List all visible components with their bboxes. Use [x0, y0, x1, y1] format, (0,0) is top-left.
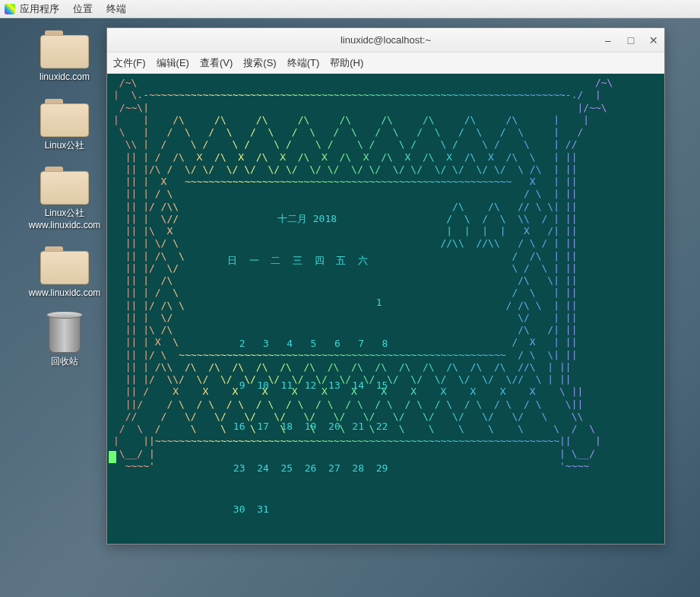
calendar-row: 2 3 4 5 6 7 8: [227, 337, 388, 351]
terminal-menubar: 文件(F) 编辑(E) 查看(V) 搜索(S) 终端(T) 帮助(H): [107, 52, 664, 74]
trash-icon: [49, 315, 81, 353]
close-button[interactable]: ✕: [648, 34, 660, 46]
desktop-trash[interactable]: 回收站: [15, 315, 114, 368]
folder-icon: [40, 99, 89, 137]
distro-logo-icon: [5, 4, 15, 14]
desktop-icons-area: linuxidc.com Linux公社 Linux公社 www.linuxid…: [15, 30, 114, 383]
desktop-folder[interactable]: Linux公社: [15, 99, 114, 152]
menu-view[interactable]: 查看(V): [200, 56, 233, 70]
calendar-row: 1: [227, 296, 388, 310]
calendar-weekdays: 日 一 二 三 四 五 六: [227, 254, 388, 268]
calendar-row: 16 17 18 19 20 21 22: [227, 420, 388, 433]
folder-icon: [40, 246, 89, 284]
menu-terminal[interactable]: 终端(T): [287, 56, 320, 70]
desktop-folder[interactable]: Linux公社 www.linuxidc.com: [15, 167, 114, 231]
system-taskbar: 应用程序 位置 终端: [0, 0, 700, 18]
menu-search[interactable]: 搜索(S): [243, 56, 276, 70]
menu-edit[interactable]: 编辑(E): [157, 56, 189, 70]
desktop-folder[interactable]: linuxidc.com: [15, 30, 114, 84]
calendar-row: 30 31: [227, 503, 388, 516]
calendar-row: 9 10 11 12 13 14 15: [227, 379, 388, 392]
menu-places[interactable]: 位置: [73, 2, 93, 16]
calendar-row: 23 24 25 26 27 28 29: [227, 462, 388, 475]
terminal-cursor: [109, 451, 116, 463]
window-title: linuxidc@localhost:~: [340, 34, 431, 46]
terminal-body[interactable]: /~\ /~\ | \.-~~~~~~~~~~~~~~~~~~~~~~~~~~~…: [107, 74, 664, 544]
menu-help[interactable]: 帮助(H): [330, 56, 363, 70]
folder-icon: [40, 167, 89, 205]
desktop-folder[interactable]: www.linuxidc.com: [15, 246, 114, 300]
menu-terminal[interactable]: 终端: [106, 2, 126, 16]
minimize-button[interactable]: –: [602, 34, 614, 46]
calendar-title: 十二月 2018: [227, 212, 387, 226]
menu-applications[interactable]: 应用程序: [20, 2, 59, 16]
menu-file[interactable]: 文件(F): [113, 56, 146, 70]
folder-icon: [40, 30, 89, 68]
calendar-output: 十二月 2018 日 一 二 三 四 五 六 1 2 3 4 5 6 7 8 9…: [227, 185, 388, 544]
maximize-button[interactable]: □: [625, 34, 637, 46]
window-titlebar[interactable]: linuxidc@localhost:~ – □ ✕: [107, 28, 664, 52]
terminal-window: linuxidc@localhost:~ – □ ✕ 文件(F) 编辑(E) 查…: [106, 27, 665, 545]
